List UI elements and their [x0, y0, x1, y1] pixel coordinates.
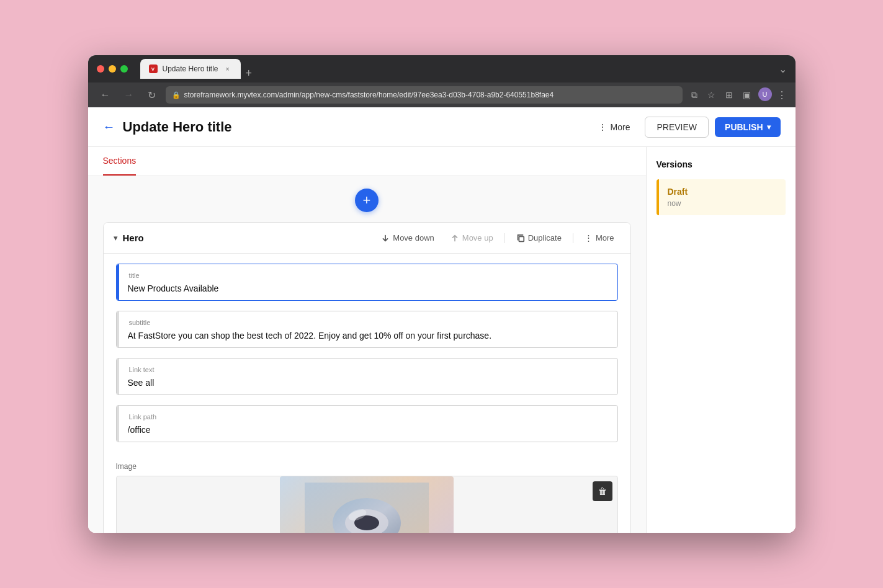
duplicate-icon [516, 234, 525, 243]
page-title: Update Hero title [123, 119, 591, 135]
action-separator-2 [573, 233, 573, 243]
tabs-bar: Sections [88, 147, 646, 176]
versions-panel: Versions Draft now [647, 147, 796, 533]
back-nav-button[interactable]: ← [97, 87, 114, 103]
image-section: Image [104, 452, 630, 533]
link-path-field-label: Link path [128, 413, 158, 421]
duplicate-button[interactable]: Duplicate [510, 230, 568, 246]
version-draft-card[interactable]: Draft now [657, 179, 786, 215]
browser-titlebar: V Update Hero title × + ⌄ [88, 55, 796, 82]
browser-toolbar-actions: ⧉ ☆ ⊞ ▣ U ⋮ [689, 87, 787, 103]
main-content: + ▾ Hero [88, 176, 646, 533]
browser-toolbar: ← → ↻ 🔒 storeframework.myvtex.com/admin/… [88, 82, 796, 107]
link-path-field-inner: Link path [119, 406, 617, 442]
product-image-svg [305, 483, 429, 533]
link-path-field-group: Link path [116, 405, 618, 442]
header-more-button[interactable]: ⋮ More [591, 118, 638, 136]
image-preview [280, 476, 454, 533]
browser-window-controls[interactable]: ⌄ [779, 63, 787, 75]
subtitle-input[interactable] [128, 331, 609, 341]
bookmark-button[interactable]: ☆ [705, 87, 718, 103]
subtitle-field-group: subtitle [116, 311, 618, 348]
delete-image-button[interactable]: 🗑 [593, 481, 612, 501]
link-text-input[interactable] [128, 378, 609, 388]
move-down-label: Move down [393, 233, 434, 243]
more-label: More [611, 122, 630, 132]
tab-favicon: V [149, 65, 158, 73]
title-input[interactable] [128, 283, 609, 293]
add-section-button[interactable]: + [355, 189, 379, 212]
versions-title: Versions [657, 159, 786, 169]
move-up-label: Move up [462, 233, 493, 243]
action-separator [504, 233, 505, 243]
publish-button[interactable]: PUBLISH ▾ [715, 117, 780, 137]
section-more-dots-icon: ⋮ [585, 233, 593, 243]
link-path-input[interactable] [128, 425, 609, 435]
section-title-row: ▾ Hero [114, 233, 375, 243]
more-dots-icon: ⋮ [598, 122, 607, 132]
back-button[interactable]: ← [103, 120, 115, 134]
image-container: 🗑 [116, 476, 618, 533]
publish-label: PUBLISH [725, 122, 763, 132]
app-header: ← Update Hero title ⋮ More PREVIEW PUBLI… [88, 107, 796, 147]
title-field-inner: title [119, 264, 617, 300]
security-icon: 🔒 [172, 91, 181, 99]
title-field-group: title [116, 264, 618, 301]
section-name: Hero [123, 233, 144, 243]
forward-nav-button[interactable]: → [120, 87, 138, 103]
plus-icon: + [363, 192, 371, 208]
trash-icon: 🗑 [598, 486, 607, 496]
section-more-button[interactable]: ⋮ More [578, 230, 621, 246]
version-time: now [668, 199, 777, 208]
move-up-icon [450, 234, 459, 243]
app-body: Sections + ▾ [88, 147, 796, 533]
section-collapse-icon[interactable]: ▾ [114, 233, 118, 243]
browser-tabs: V Update Hero title × + [140, 59, 773, 79]
puzzle-button[interactable]: ⊞ [723, 87, 735, 103]
duplicate-label: Duplicate [528, 233, 562, 243]
publish-chevron-icon: ▾ [767, 123, 771, 131]
minimize-traffic-light[interactable] [109, 65, 116, 73]
link-text-field-inner: Link text [119, 359, 617, 394]
move-down-icon [381, 234, 390, 243]
section-header: ▾ Hero Move down Move up [104, 223, 630, 254]
version-name: Draft [668, 187, 777, 197]
move-up-button[interactable]: Move up [444, 230, 500, 246]
reload-button[interactable]: ↻ [144, 87, 159, 104]
url-text: storeframework.myvtex.com/admin/app/new-… [184, 91, 676, 99]
address-bar[interactable]: 🔒 storeframework.myvtex.com/admin/app/ne… [166, 86, 683, 104]
link-text-field-group: Link text [116, 358, 618, 395]
browser-more-button[interactable]: ⋮ [777, 87, 787, 103]
profile-button[interactable]: U [758, 87, 772, 101]
new-tab-button[interactable]: + [241, 68, 258, 79]
title-field-label: title [128, 272, 141, 279]
tab-title-text: Update Hero title [163, 65, 218, 73]
fullscreen-traffic-light[interactable] [120, 65, 128, 73]
section-fields: title subtitle [104, 254, 630, 452]
subtitle-field-inner: subtitle [119, 311, 617, 347]
image-label: Image [116, 462, 618, 471]
traffic-lights [97, 65, 128, 73]
section-actions: Move down Move up Duplicate [375, 230, 620, 246]
tab-sections[interactable]: Sections [103, 147, 137, 176]
close-traffic-light[interactable] [97, 65, 104, 73]
tab-close-button[interactable]: × [223, 65, 232, 73]
preview-button[interactable]: PREVIEW [645, 117, 709, 138]
move-down-button[interactable]: Move down [375, 230, 440, 246]
extensions-button[interactable]: ⧉ [689, 87, 700, 103]
link-text-field-label: Link text [128, 366, 156, 373]
active-browser-tab[interactable]: V Update Hero title × [140, 59, 241, 79]
hero-section-card: ▾ Hero Move down Move up [103, 222, 631, 533]
main-panel: Sections + ▾ [88, 147, 647, 533]
subtitle-field-label: subtitle [128, 319, 152, 326]
add-section-button-wrap: + [103, 189, 631, 212]
app-content: ← Update Hero title ⋮ More PREVIEW PUBLI… [88, 107, 796, 533]
splitscreen-button[interactable]: ▣ [740, 87, 753, 103]
svg-rect-0 [519, 236, 524, 241]
section-more-label: More [596, 233, 614, 243]
